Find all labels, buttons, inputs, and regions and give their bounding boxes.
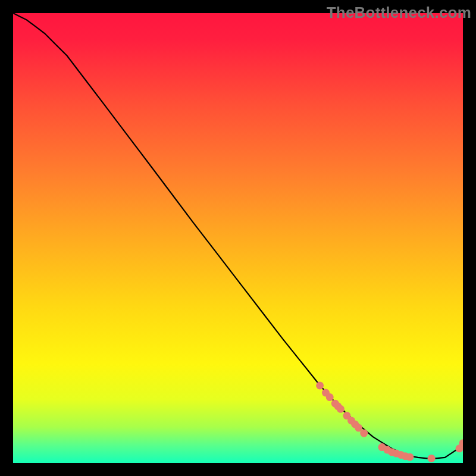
plot-area bbox=[13, 13, 463, 463]
data-point bbox=[406, 453, 414, 461]
data-point bbox=[337, 405, 345, 413]
data-point bbox=[428, 455, 436, 462]
gradient-background bbox=[13, 13, 463, 463]
watermark-text: TheBottleneck.com bbox=[327, 4, 471, 22]
data-point bbox=[316, 381, 324, 389]
data-point bbox=[326, 393, 334, 401]
chart-container: TheBottleneck.com bbox=[0, 0, 476, 476]
plot-svg bbox=[13, 13, 463, 463]
data-point bbox=[360, 430, 368, 437]
